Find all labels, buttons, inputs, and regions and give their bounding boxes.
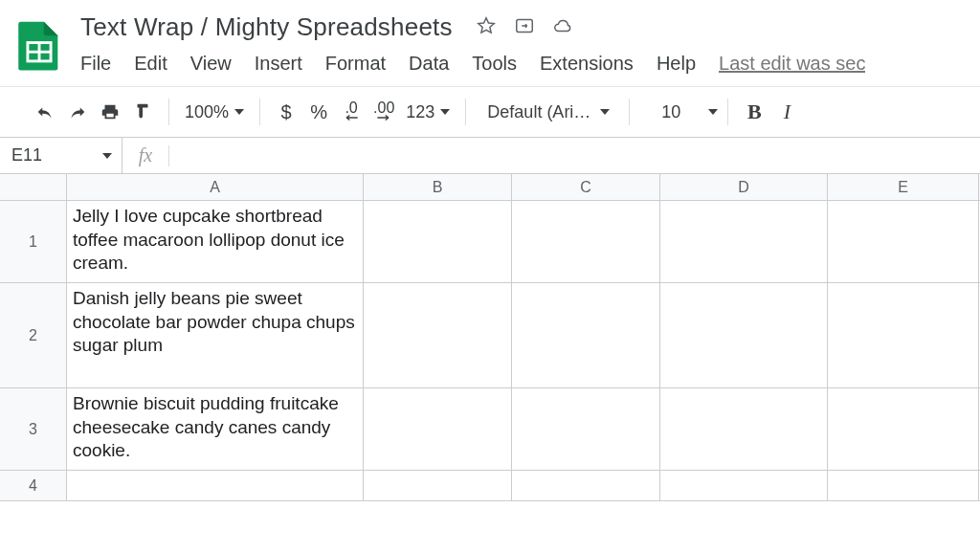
separator (259, 99, 260, 125)
paint-format-button[interactable] (126, 95, 159, 129)
more-formats-label: 123 (406, 102, 434, 122)
bold-button[interactable]: B (738, 95, 770, 129)
cell[interactable] (828, 201, 979, 282)
fx-icon: fx (122, 138, 168, 173)
zoom-value: 100% (185, 102, 229, 122)
formula-bar: E11 fx (0, 138, 980, 174)
cell[interactable] (828, 471, 979, 500)
chevron-down-icon (234, 109, 244, 115)
move-icon[interactable] (514, 15, 535, 39)
row-header[interactable]: 1 (0, 201, 67, 282)
cell[interactable] (512, 201, 660, 282)
font-family-label: Default (Ari… (487, 102, 590, 122)
menu-extensions[interactable]: Extensions (540, 53, 634, 75)
increase-decimal-label: .00 (373, 102, 394, 113)
cell[interactable]: Jelly I love cupcake shortbread toffee m… (67, 201, 364, 282)
row-header[interactable]: 4 (0, 471, 67, 500)
cell[interactable] (660, 283, 828, 387)
menu-data[interactable]: Data (409, 53, 449, 75)
zoom-dropdown[interactable]: 100% (179, 102, 250, 122)
decrease-decimal-label: .0 (345, 102, 357, 113)
star-icon[interactable] (476, 15, 497, 39)
menu-file[interactable]: File (80, 53, 111, 75)
font-size-value: 10 (661, 102, 680, 122)
cell[interactable] (364, 388, 512, 470)
cell[interactable] (364, 201, 512, 282)
chevron-down-icon (600, 109, 610, 115)
row-header[interactable]: 3 (0, 388, 67, 470)
menu-help[interactable]: Help (657, 53, 696, 75)
cloud-status-icon[interactable] (552, 15, 573, 39)
chevron-down-icon[interactable] (708, 109, 718, 115)
font-size-dropdown[interactable]: 10 (639, 102, 702, 122)
column-header[interactable]: C (512, 174, 660, 200)
cell[interactable] (512, 471, 660, 500)
menu-insert[interactable]: Insert (255, 53, 302, 75)
name-box-value: E11 (11, 145, 42, 166)
last-edit-link[interactable]: Last edit was sec (719, 53, 865, 75)
redo-button[interactable] (61, 95, 94, 129)
cell[interactable] (364, 471, 512, 500)
separator (629, 99, 630, 125)
menu-view[interactable]: View (190, 53, 232, 75)
menu-format[interactable]: Format (325, 53, 386, 75)
italic-button[interactable]: I (770, 95, 803, 129)
cell[interactable] (67, 471, 364, 500)
select-all-corner[interactable] (0, 174, 67, 200)
formula-input[interactable] (169, 146, 980, 166)
cell[interactable] (660, 201, 828, 282)
more-formats-dropdown[interactable]: 123 (400, 95, 456, 129)
cell[interactable]: Danish jelly beans pie sweet chocolate b… (67, 283, 364, 387)
document-title[interactable]: Text Wrap / Mighty Spreadsheets (80, 12, 453, 42)
column-header[interactable]: B (364, 174, 512, 200)
row-header[interactable]: 2 (0, 283, 67, 387)
decrease-decimal-button[interactable]: .0 (335, 95, 368, 129)
cell[interactable] (512, 388, 660, 470)
font-family-dropdown[interactable]: Default (Ari… (476, 102, 619, 122)
cell[interactable] (660, 388, 828, 470)
format-percent-button[interactable]: % (302, 95, 335, 129)
chevron-down-icon (440, 109, 450, 115)
cell[interactable] (828, 388, 979, 470)
cell[interactable] (512, 283, 660, 387)
menu-bar: File Edit View Insert Format Data Tools … (80, 42, 980, 80)
spreadsheet-grid: A B C D E 1 Jelly I love cupcake shortbr… (0, 174, 980, 501)
name-box[interactable]: E11 (0, 138, 122, 173)
cell[interactable]: Brownie biscuit pudding fruitcake cheese… (67, 388, 364, 470)
menu-tools[interactable]: Tools (472, 53, 517, 75)
header: Text Wrap / Mighty Spreadsheets File Edi… (0, 0, 980, 80)
column-header[interactable]: D (660, 174, 828, 200)
undo-button[interactable] (29, 95, 61, 129)
format-currency-button[interactable]: $ (270, 95, 302, 129)
toolbar: 100% $ % .0 .00 123 Default (Ari… 10 B (0, 87, 980, 137)
increase-decimal-button[interactable]: .00 (368, 95, 400, 129)
sheets-logo-icon[interactable] (11, 17, 67, 73)
menu-edit[interactable]: Edit (134, 53, 167, 75)
cell[interactable] (660, 471, 828, 500)
chevron-down-icon (102, 153, 112, 159)
separator (727, 99, 728, 125)
column-header[interactable]: E (828, 174, 979, 200)
separator (168, 99, 169, 125)
column-header[interactable]: A (67, 174, 364, 200)
cell[interactable] (364, 283, 512, 387)
cell[interactable] (828, 283, 979, 387)
print-button[interactable] (94, 95, 126, 129)
separator (465, 99, 466, 125)
